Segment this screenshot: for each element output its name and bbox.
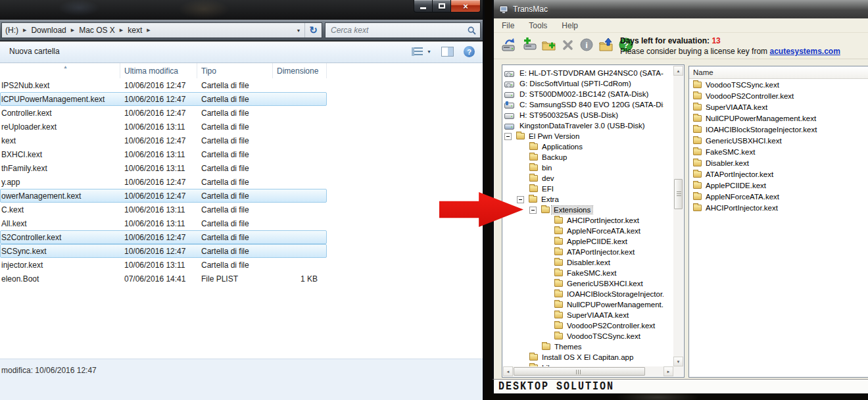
file-row[interactable]: injector.kext10/06/2016 13:11Cartella di… (0, 258, 483, 272)
file-row[interactable]: S2Controller.kext10/06/2016 12:47Cartell… (0, 230, 483, 244)
change-view-icon[interactable] (412, 47, 423, 56)
tree-item[interactable]: Themes (503, 341, 663, 352)
delete-icon[interactable] (562, 38, 575, 52)
file-row[interactable]: kext10/06/2016 12:47Cartella di file (0, 134, 483, 147)
tree-item[interactable]: El Pwn Version (503, 131, 663, 141)
breadcrumb-item[interactable]: Mac OS X (76, 26, 118, 35)
close-button[interactable]: × (450, 0, 481, 12)
file-row[interactable]: All.kext10/06/2016 13:11Cartella di file (0, 216, 483, 230)
menu-tools[interactable]: Tools (529, 21, 547, 30)
column-header-size[interactable]: Dimensione (273, 63, 327, 78)
tree-item[interactable]: G: DiscSoftVirtual (SPTI-CdRom) (503, 78, 663, 89)
file-list-item[interactable]: VoodooPS2Controller.kext (689, 90, 868, 101)
tree-item[interactable]: Extensions (503, 205, 663, 215)
tree-item[interactable]: D: ST500DM002-1BC142 (SATA-Disk) (503, 89, 663, 99)
column-header-modified[interactable]: Ultima modifica (120, 63, 197, 78)
collapse-expander-icon[interactable] (529, 207, 537, 214)
scroll-down-icon[interactable]: ▼ (673, 357, 683, 366)
scroll-up-icon[interactable]: ▲ (673, 66, 683, 76)
file-row[interactable]: thFamily.kext10/06/2016 13:11Cartella di… (0, 161, 483, 175)
tree-item[interactable]: dev (503, 173, 663, 184)
breadcrumb-item[interactable]: kext (124, 26, 145, 35)
file-row[interactable]: SCSync.kext10/06/2016 12:47Cartella di f… (0, 244, 483, 258)
tree-horizontal-scrollbar[interactable]: ◄ ► (503, 366, 673, 376)
menu-file[interactable]: File (502, 21, 514, 30)
tree-vertical-scrollbar[interactable]: ▲ ▼ (673, 66, 683, 366)
tree-item[interactable]: Install OS X El Capitan.app (503, 352, 663, 362)
file-row[interactable]: owerManagement.kext10/06/2016 12:47Carte… (0, 189, 483, 203)
menu-help[interactable]: Help (562, 21, 578, 30)
file-list-item[interactable]: IOAHCIBlockStorageInjector.kext (689, 124, 868, 135)
file-list-item[interactable]: NullCPUPowerManagement.kext (689, 113, 868, 124)
new-folder-button[interactable]: Nuova cartella (9, 47, 60, 56)
tree-item[interactable]: VoodooTSCSync.kext (503, 331, 663, 341)
file-row[interactable]: lCPUPowerManagement.kext10/06/2016 12:47… (0, 92, 483, 106)
scroll-right-icon[interactable]: ► (663, 366, 673, 376)
file-row[interactable]: C.kext10/06/2016 13:11Cartella di file (0, 203, 483, 216)
file-list-item[interactable]: ApplePCIIDE.kext (689, 180, 868, 191)
tree-item[interactable]: AppleNForceATA.kext (503, 226, 663, 236)
file-list-item[interactable]: Disabler.kext (689, 157, 868, 168)
view-dropdown-icon[interactable]: ▼ (427, 49, 431, 54)
column-header-type[interactable]: Tipo (197, 63, 273, 78)
transmac-titlebar[interactable]: TransMac (494, 0, 868, 18)
file-list-item[interactable]: GenericUSBXHCI.kext (689, 135, 868, 146)
breadcrumb-dropdown-icon[interactable]: ▼ (293, 28, 304, 33)
preview-pane-icon[interactable] (441, 47, 454, 57)
file-list-item[interactable]: VoodooTSCSync.kext (689, 79, 868, 90)
breadcrumb-item[interactable]: (H:) (2, 26, 22, 35)
maximize-button[interactable] (433, 0, 450, 12)
file-row[interactable]: y.app10/06/2016 12:47Cartella di file (0, 175, 483, 189)
add-disk-icon[interactable] (521, 38, 537, 52)
open-disk-image-icon[interactable] (502, 38, 517, 52)
file-list-item[interactable]: SuperVIAATA.kext (689, 101, 868, 113)
tree-item[interactable]: ApplePCIIDE.kext (503, 236, 663, 247)
file-list-item[interactable]: FakeSMC.kext (689, 146, 868, 157)
file-row[interactable]: IPS2Nub.kext10/06/2016 12:47Cartella di … (0, 78, 483, 92)
collapse-expander-icon[interactable] (517, 196, 524, 203)
tree-item[interactable]: KingstonDataTraveler 3.0 (USB-Disk) (503, 120, 663, 131)
tree-item[interactable]: VoodooPS2Controller.kext (503, 320, 663, 331)
tree-item[interactable]: H: ST9500325AS (USB-Disk) (503, 110, 663, 120)
tree-item[interactable]: GenericUSBXHCI.kext (503, 278, 663, 289)
scroll-left-icon[interactable]: ◄ (503, 366, 513, 376)
column-header-name[interactable]: ▲ (0, 63, 120, 78)
tree-item[interactable]: NullCPUPowerManagement.kext (503, 299, 663, 310)
breadcrumb[interactable]: (H:)▶Download▶Mac OS X▶kext▶ ▼ ↻ (1, 22, 322, 38)
explorer-help-icon[interactable]: ? (464, 46, 475, 57)
search-input[interactable] (326, 26, 463, 35)
tree-item[interactable]: bin (503, 162, 663, 173)
tree-item[interactable]: ATAPortInjector.kext (503, 247, 663, 257)
properties-icon[interactable]: i (579, 38, 594, 52)
file-list-item[interactable]: AppleNForceATA.kext (689, 191, 868, 202)
new-folder-icon[interactable] (541, 38, 557, 52)
tree-item[interactable]: Backup (503, 152, 663, 162)
file-list-item[interactable]: ATAPortInjector.kext (689, 168, 868, 180)
tree-item[interactable]: AHCIPortInjector.kext (503, 215, 663, 226)
search-icon[interactable] (463, 26, 480, 35)
tree-item[interactable]: C: SamsungSSD 840 EVO 120G (SATA-Disk) (503, 99, 663, 110)
refresh-button[interactable]: ↻ (304, 23, 322, 38)
vertical-scroll-thumb[interactable] (674, 179, 683, 209)
file-row[interactable]: BXHCI.kext10/06/2016 13:11Cartella di fi… (0, 147, 483, 161)
name-column-header[interactable]: Name (689, 66, 868, 79)
tree-item[interactable]: EFI (503, 184, 663, 194)
breadcrumb-item[interactable]: Download (28, 26, 69, 35)
file-row[interactable]: reUploader.kext10/06/2016 13:11Cartella … (0, 120, 483, 134)
tree-item[interactable]: Extra (503, 194, 663, 205)
acutesystems-link[interactable]: acutesystems.com (769, 47, 840, 56)
tree-item[interactable]: E: HL-DT-STDVDRAM GH24NSC0 (SATA-CdRom (503, 68, 663, 78)
tree-item[interactable]: Disabler.kext (503, 257, 663, 268)
file-row[interactable]: Controller.kext10/06/2016 12:47Cartella … (0, 106, 483, 120)
tree-item-label: Disabler.kext (565, 259, 612, 266)
tree-item[interactable]: Applications (503, 141, 663, 152)
tree-item[interactable]: SuperVIAATA.kext (503, 310, 663, 320)
collapse-expander-icon[interactable] (504, 133, 512, 140)
file-list-item[interactable]: AHCIPortInjector.kext (689, 202, 868, 213)
file-row[interactable]: eleon.Boot07/06/2016 14:41File PLIST1 KB (0, 272, 483, 286)
minimize-button[interactable] (414, 0, 433, 12)
horizontal-scroll-thumb[interactable] (514, 367, 645, 376)
tree-item[interactable]: IOAHCIBlockStorageInjector.kext (503, 289, 663, 299)
tree-item[interactable]: FakeSMC.kext (503, 268, 663, 278)
extract-icon[interactable] (598, 38, 614, 52)
